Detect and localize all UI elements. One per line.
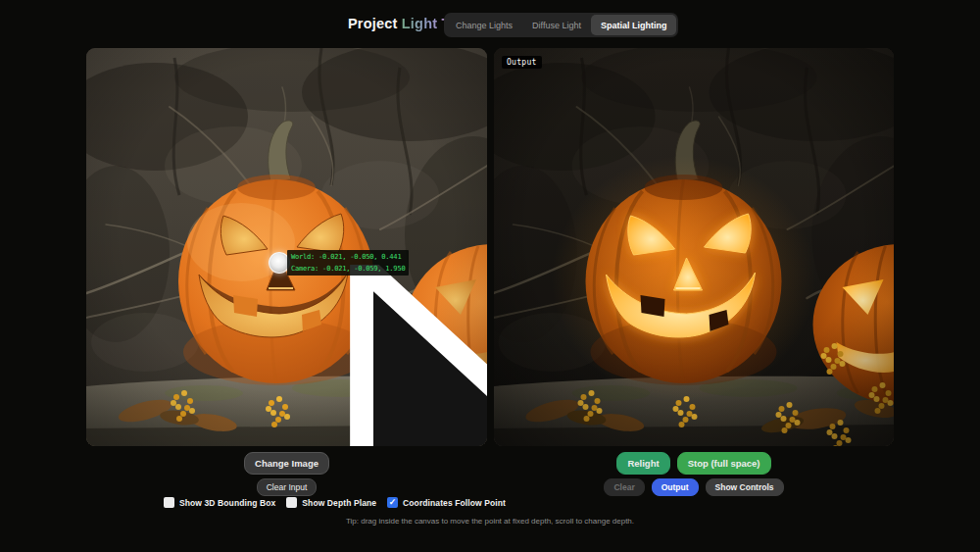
tab-change-lights[interactable]: Change Lights: [446, 15, 522, 35]
view-row: Clear Output Show Controls: [604, 478, 783, 496]
output-image: [494, 48, 894, 446]
camera-coordinates: Camera: -0.021, -0.059, 1.950: [291, 265, 405, 273]
change-image-button[interactable]: Change Image: [244, 452, 329, 475]
output-view-button[interactable]: Output: [652, 478, 699, 496]
input-controls: Change Image Clear Input: [86, 452, 487, 496]
tab-spatial-lighting[interactable]: Spatial Lighting: [591, 15, 677, 35]
mouse-cursor-icon: [278, 265, 487, 446]
tab-diffuse-light[interactable]: Diffuse Light: [522, 15, 591, 35]
mode-tabs: Change Lights Diffuse Light Spatial Ligh…: [444, 13, 678, 37]
checkbox-coordinates-follow-point[interactable]: ✓: [387, 497, 398, 508]
options-row: ✓ Show 3D Bounding Box ✓ Show Depth Plan…: [164, 497, 506, 508]
checkbox-show-depth-plane[interactable]: ✓: [286, 497, 297, 508]
output-controls: Relight Stop (full space) Clear Output S…: [494, 452, 894, 496]
world-coordinates: World: -0.021, -0.050, 0.441: [291, 253, 401, 261]
relight-button[interactable]: Relight: [616, 452, 669, 475]
clear-input-button[interactable]: Clear Input: [257, 478, 318, 496]
title-project: Project: [348, 16, 398, 31]
coordinates-tooltip: World: -0.021, -0.050, 0.441 Camera: -0.…: [287, 250, 409, 276]
option-show-3d-bounding-box[interactable]: ✓ Show 3D Bounding Box: [164, 497, 275, 508]
check-icon: ✓: [389, 498, 397, 507]
app-window: { "header": { "title_project": "Project"…: [0, 0, 980, 552]
input-canvas[interactable]: World: -0.021, -0.050, 0.441 Camera: -0.…: [86, 48, 487, 446]
tip-text: Tip: drag inside the canvas to move the …: [0, 517, 980, 526]
stop-button[interactable]: Stop (full space): [677, 452, 771, 475]
checkbox-show-3d-bounding-box[interactable]: ✓: [164, 497, 174, 508]
clear-output-button[interactable]: Clear: [604, 478, 644, 496]
relight-row: Relight Stop (full space): [616, 452, 770, 475]
show-controls-button[interactable]: Show Controls: [706, 478, 784, 496]
option-show-depth-plane[interactable]: ✓ Show Depth Plane: [286, 497, 376, 508]
output-badge: Output: [502, 56, 542, 69]
output-canvas[interactable]: Output: [494, 48, 894, 446]
option-coordinates-follow-point[interactable]: ✓ Coordinates Follow Point: [387, 497, 506, 508]
